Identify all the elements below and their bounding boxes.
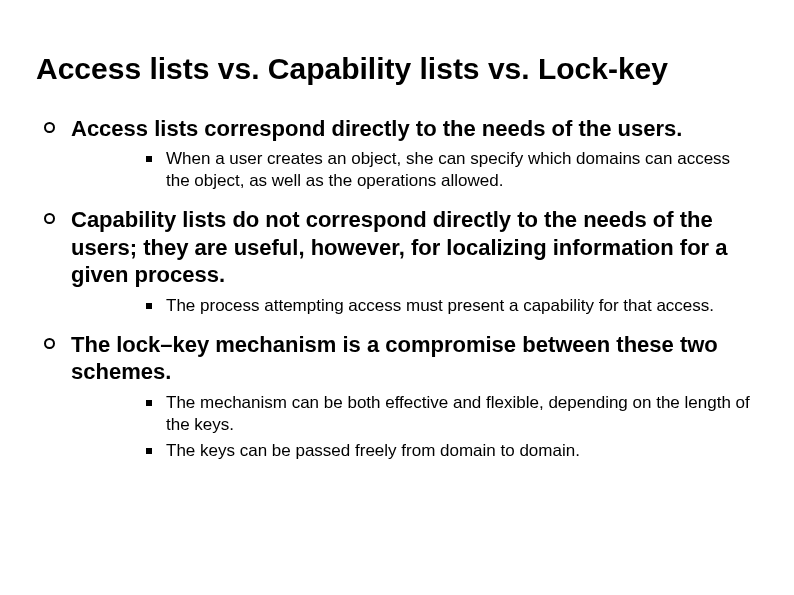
bullet-text: The process attempting access must prese… [166, 295, 758, 317]
bullet-level1: The lock–key mechanism is a compromise b… [44, 331, 758, 386]
circle-bullet-icon [44, 122, 55, 133]
bullet-level2: The keys can be passed freely from domai… [146, 440, 758, 462]
circle-bullet-icon [44, 338, 55, 349]
bullet-text: When a user creates an object, she can s… [166, 148, 758, 192]
bullet-level2: The mechanism can be both effective and … [146, 392, 758, 436]
bullet-level1: Capability lists do not correspond direc… [44, 206, 758, 289]
square-bullet-icon [146, 303, 152, 309]
square-bullet-icon [146, 448, 152, 454]
bullet-text: Capability lists do not correspond direc… [71, 206, 758, 289]
square-bullet-icon [146, 156, 152, 162]
slide-title: Access lists vs. Capability lists vs. Lo… [36, 52, 758, 87]
bullet-text: Access lists correspond directly to the … [71, 115, 758, 143]
bullet-level2: When a user creates an object, she can s… [146, 148, 758, 192]
square-bullet-icon [146, 400, 152, 406]
slide: Access lists vs. Capability lists vs. Lo… [0, 0, 794, 595]
bullet-text: The mechanism can be both effective and … [166, 392, 758, 436]
circle-bullet-icon [44, 213, 55, 224]
bullet-level1: Access lists correspond directly to the … [44, 115, 758, 143]
bullet-text: The keys can be passed freely from domai… [166, 440, 758, 462]
bullet-level2: The process attempting access must prese… [146, 295, 758, 317]
bullet-text: The lock–key mechanism is a compromise b… [71, 331, 758, 386]
